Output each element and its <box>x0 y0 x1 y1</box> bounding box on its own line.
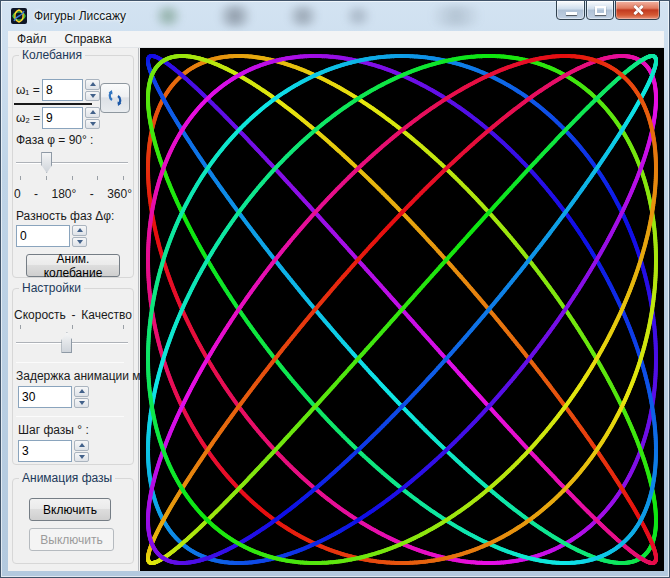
glass-reflection <box>341 6 375 26</box>
phase-slider-ticks <box>20 176 124 180</box>
phase-step-label: Шаг фазы ° : <box>18 423 89 437</box>
drawing-area <box>140 48 664 571</box>
arrow-up-icon <box>90 110 96 114</box>
phase-diff-label: Разность фаз Δφ: <box>16 209 114 223</box>
scale-dash: - <box>34 187 38 201</box>
separator <box>16 362 124 363</box>
phase-step-spin-down-button[interactable] <box>74 452 89 463</box>
slider-track <box>16 162 128 164</box>
arrow-down-icon <box>90 122 96 126</box>
menu-item-file[interactable]: Файл <box>8 31 56 47</box>
minimize-icon <box>566 12 577 15</box>
speed-slider-ticks <box>20 325 124 329</box>
delay-spin-down-button[interactable] <box>74 398 89 409</box>
window-title: Фигуры Лиссажу <box>34 9 126 23</box>
menu-item-help[interactable]: Справка <box>56 31 121 47</box>
omega2-label: ω₂ = <box>16 111 40 125</box>
phase-diff-spin-down-button[interactable] <box>72 237 87 248</box>
phase-step-spin-up-button[interactable] <box>74 440 89 451</box>
enable-phase-animation-button[interactable]: Включить <box>29 498 111 521</box>
omega1-spin-down-button[interactable] <box>85 91 100 102</box>
glass-reflection <box>283 5 323 27</box>
phase-scale-labels: 0 - 180° - 360° <box>14 187 132 201</box>
scale-0: 0 <box>14 187 21 201</box>
separator <box>16 416 124 417</box>
phase-diff-input[interactable] <box>16 225 70 247</box>
group-phase-animation-title: Анимация фазы <box>19 471 115 485</box>
phase-label: Фаза φ = 90° : <box>16 133 93 147</box>
arrow-up-icon <box>77 228 83 232</box>
phase-step-input[interactable] <box>18 440 72 462</box>
omega1-label: ω₁ = <box>16 83 40 97</box>
control-panel: Колебания ω₁ = ω₂ = <box>8 48 139 571</box>
menubar: Файл Справка <box>8 31 664 48</box>
delay-input[interactable] <box>18 386 72 408</box>
omega1-input[interactable] <box>42 79 83 101</box>
app-icon <box>11 8 27 24</box>
window-controls <box>555 0 660 20</box>
swap-arrows-icon <box>106 89 124 107</box>
arrow-up-icon <box>79 443 85 447</box>
scale-dash: - <box>90 187 94 201</box>
close-icon <box>632 4 644 16</box>
phase-step-spinner <box>74 440 89 462</box>
glass-reflection <box>151 5 185 27</box>
phase-slider[interactable] <box>16 151 128 175</box>
fraction-line <box>14 103 92 105</box>
arrow-down-icon <box>79 455 85 459</box>
arrow-up-icon <box>79 389 85 393</box>
glass-reflection <box>213 4 257 28</box>
omega1-spin-up-button[interactable] <box>85 79 100 90</box>
dash-label: - <box>72 308 76 322</box>
group-settings-title: Настройки <box>19 281 84 295</box>
speed-label: Скорость <box>14 308 66 322</box>
arrow-down-icon <box>79 401 85 405</box>
speed-quality-slider[interactable] <box>16 331 128 355</box>
omega1-spinner <box>85 79 100 101</box>
animate-oscillation-button[interactable]: Аним. колебание <box>26 254 120 277</box>
delay-spin-up-button[interactable] <box>74 386 89 397</box>
arrow-down-icon <box>90 94 96 98</box>
maximize-button[interactable] <box>586 0 614 20</box>
lissajous-canvas <box>140 48 664 571</box>
phase-diff-spinner <box>72 225 87 247</box>
omega2-spin-down-button[interactable] <box>85 119 100 130</box>
scale-360: 360° <box>107 187 132 201</box>
maximize-icon <box>595 6 606 15</box>
speed-quality-label: Скорость - Качество <box>14 308 132 322</box>
omega2-input[interactable] <box>42 107 83 129</box>
titlebar: Фигуры Лиссажу <box>1 1 670 31</box>
group-phase-animation: Анимация фазы <box>12 478 134 564</box>
app-window: Фигуры Лиссажу Файл Справка Колебания ω₁… <box>0 0 670 578</box>
minimize-button[interactable] <box>556 0 585 20</box>
scale-180: 180° <box>52 187 77 201</box>
delay-label: Задержка анимации мс: <box>16 369 150 383</box>
arrow-up-icon <box>90 82 96 86</box>
speed-slider-thumb[interactable] <box>61 332 72 353</box>
disable-phase-animation-button[interactable]: Выключить <box>29 528 114 551</box>
client-area: Колебания ω₁ = ω₂ = <box>8 48 664 571</box>
quality-label: Качество <box>81 308 132 322</box>
group-oscillations-title: Колебания <box>19 48 85 62</box>
omega2-spinner <box>85 107 100 129</box>
swap-omega-button[interactable] <box>100 83 130 113</box>
glass-reflection <box>421 5 491 27</box>
phase-slider-thumb[interactable] <box>41 152 52 173</box>
omega2-spin-up-button[interactable] <box>85 107 100 118</box>
close-button[interactable] <box>615 0 660 20</box>
arrow-down-icon <box>77 240 83 244</box>
phase-diff-spin-up-button[interactable] <box>72 225 87 236</box>
delay-spinner <box>74 386 89 408</box>
